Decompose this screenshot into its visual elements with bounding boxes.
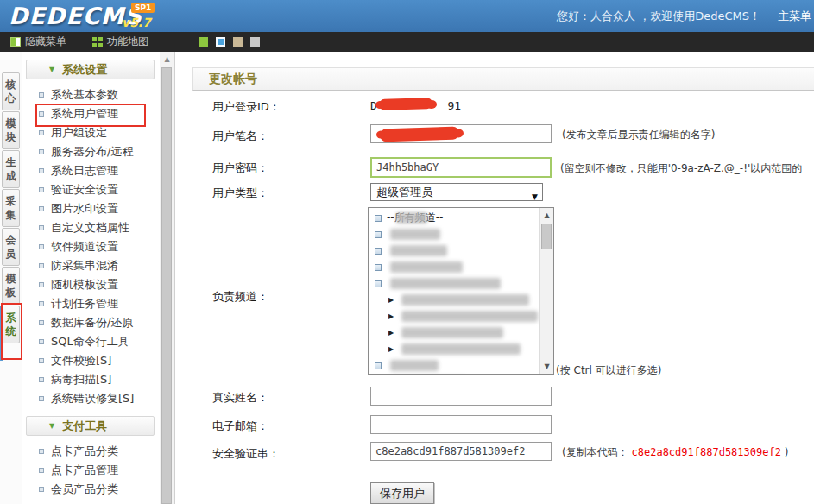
email-input[interactable] <box>370 415 552 434</box>
pen-name-label: 用户笔名： <box>212 129 268 144</box>
login-id-suffix: 91 <box>447 99 461 112</box>
bullet-icon <box>39 301 44 306</box>
user-type-select[interactable]: 超级管理员 ▼ <box>370 183 543 201</box>
checkbox-icon <box>375 280 382 287</box>
bullet-icon <box>39 130 44 135</box>
bullet-icon <box>39 358 44 363</box>
nav-tab-系统[interactable]: 系 统 <box>2 306 20 343</box>
redaction-blur <box>390 229 440 240</box>
menu-item-服务器分布/远程[interactable]: 服务器分布/远程 <box>22 142 160 161</box>
menu-item-label: 系统日志管理 <box>51 163 118 179</box>
scrollbar-thumb[interactable] <box>541 224 552 249</box>
menu-item-自定义文档属性[interactable]: 自定义文档属性 <box>22 218 160 237</box>
menu-item-随机模板设置[interactable]: 随机模板设置 <box>22 275 160 294</box>
note-code: c8e2a8cd91f887d581309ef2 <box>632 446 781 458</box>
note-prefix: (复制本代码： <box>562 446 628 458</box>
channel-option[interactable]: --所有频道-- <box>369 210 539 226</box>
bullet-icon <box>39 282 44 287</box>
menu-item-SQL命令行工具[interactable]: SQL命令行工具 <box>22 332 160 351</box>
nav-tab-采集[interactable]: 采 集 <box>2 189 20 227</box>
menu-section-header[interactable]: ▼系统设置 <box>26 60 155 79</box>
real-name-input[interactable] <box>370 387 552 406</box>
bullet-icon <box>39 92 44 98</box>
menu-item-label: SQL命令行工具 <box>51 334 129 350</box>
channel-option[interactable]: ▶ <box>369 308 539 324</box>
channel-option[interactable]: ▶ <box>369 292 539 308</box>
function-map-button[interactable]: 功能地图 <box>85 35 148 49</box>
nav-tab-会员[interactable]: 会 员 <box>2 228 20 266</box>
redaction-blur <box>396 212 427 224</box>
channel-option[interactable] <box>369 374 539 375</box>
theme-color-swatch[interactable] <box>250 37 260 47</box>
menu-item-label: 随机模板设置 <box>51 277 118 293</box>
menu-item-数据库备份/还原[interactable]: 数据库备份/还原 <box>22 313 160 332</box>
channels-listbox-rows: --所有频道--▶▶▶▶ <box>369 210 539 375</box>
theme-color-swatch[interactable] <box>199 37 208 47</box>
save-user-button[interactable]: 保存用户 <box>370 482 434 504</box>
menu-item-label: 自定义文档属性 <box>51 220 129 236</box>
menu-item-会员产品分类[interactable]: 会员产品分类 <box>22 480 160 499</box>
menu-item-点卡产品管理[interactable]: 点卡产品管理 <box>22 461 160 480</box>
checkbox-icon <box>375 264 382 271</box>
version-label: v5.7 <box>122 16 151 29</box>
nav-tab-模板[interactable]: 模 板 <box>2 267 20 305</box>
listbox-scrollbar[interactable]: ▲ ▼ <box>539 208 553 374</box>
channel-option[interactable] <box>369 357 539 374</box>
bullet-icon <box>39 320 44 325</box>
scroll-down-icon[interactable]: ▼ <box>540 360 554 373</box>
menu-item-计划任务管理[interactable]: 计划任务管理 <box>22 294 160 313</box>
scroll-up-icon[interactable]: ▲ <box>160 54 174 66</box>
menu-item-系统用户管理[interactable]: 系统用户管理 <box>22 104 160 123</box>
channels-listbox[interactable]: --所有频道--▶▶▶▶ ▲ ▼ <box>368 207 554 375</box>
redaction-blur <box>401 327 503 338</box>
menu-item-系统日志管理[interactable]: 系统日志管理 <box>22 161 160 180</box>
bullet-icon <box>39 396 44 401</box>
menu-section-header[interactable]: ▼支付工具 <box>26 416 155 436</box>
menu-item-label: 数据库备份/还原 <box>51 315 133 331</box>
channel-option[interactable] <box>369 243 539 259</box>
redaction-scribble <box>379 98 432 110</box>
menu-item-文件校验[S][interactable]: 文件校验[S] <box>22 351 160 370</box>
login-id-label: 用户登录ID： <box>212 99 281 115</box>
menu-item-系统错误修复[S][interactable]: 系统错误修复[S] <box>22 389 160 408</box>
menu-item-验证安全设置[interactable]: 验证安全设置 <box>22 180 160 199</box>
channel-option[interactable] <box>369 259 539 275</box>
menu-item-图片水印设置[interactable]: 图片水印设置 <box>22 199 160 218</box>
menu-item-系统基本参数[interactable]: 系统基本参数 <box>22 85 160 104</box>
channel-option[interactable]: ▶ <box>369 341 539 357</box>
main-menu-link[interactable]: 主菜单 <box>778 9 811 22</box>
checkbox-icon <box>375 362 382 369</box>
password-input[interactable] <box>370 157 552 178</box>
function-map-label: 功能地图 <box>107 35 148 49</box>
theme-color-swatch[interactable] <box>233 37 243 47</box>
menu-item-点卡产品分类[interactable]: 点卡产品分类 <box>22 442 160 461</box>
menu-item-软件频道设置[interactable]: 软件频道设置 <box>22 237 160 256</box>
scrollbar-thumb[interactable] <box>161 67 172 504</box>
nav-tab-生成[interactable]: 生 成 <box>2 150 20 188</box>
hide-menu-icon <box>10 37 21 47</box>
nav-tab-核心[interactable]: 核 心 <box>2 72 20 110</box>
triangle-down-icon: ▼ <box>49 422 54 430</box>
menu-item-病毒扫描[S][interactable]: 病毒扫描[S] <box>22 370 160 389</box>
bullet-icon <box>39 339 44 344</box>
menu-item-label: 系统错误修复[S] <box>51 391 134 406</box>
greeting-text: 您好：人合众人 ，欢迎使用DedeCMS！ <box>557 9 760 22</box>
theme-color-swatch[interactable] <box>216 37 225 47</box>
safe-code-note: (复制本代码： c8e2a8cd91f887d581309ef2 ) <box>562 445 788 460</box>
menu-item-防采集串混淆[interactable]: 防采集串混淆 <box>22 256 160 275</box>
channel-option[interactable]: ▶ <box>369 324 539 341</box>
menu-item-用户组设定[interactable]: 用户组设定 <box>22 123 160 142</box>
sidebar-scrollbar[interactable]: ▲ <box>160 52 174 504</box>
bullet-icon <box>39 263 44 268</box>
top-header: DEDECMS SP1 v5.7 您好：人合众人 ，欢迎使用DedeCMS！ 主… <box>0 0 814 32</box>
hide-menu-button[interactable]: 隐藏菜单 <box>10 35 66 49</box>
nav-tab-模块[interactable]: 模 块 <box>2 111 20 149</box>
note-suffix: ) <box>785 446 789 458</box>
channel-option[interactable] <box>369 275 539 292</box>
scroll-up-icon[interactable]: ▲ <box>540 209 554 222</box>
channel-option[interactable] <box>369 226 539 243</box>
menu-item-label: 系统用户管理 <box>51 106 118 122</box>
user-type-label: 用户类型： <box>212 186 268 201</box>
tree-expand-icon: ▶ <box>388 329 394 337</box>
safe-code-input[interactable] <box>370 442 552 461</box>
